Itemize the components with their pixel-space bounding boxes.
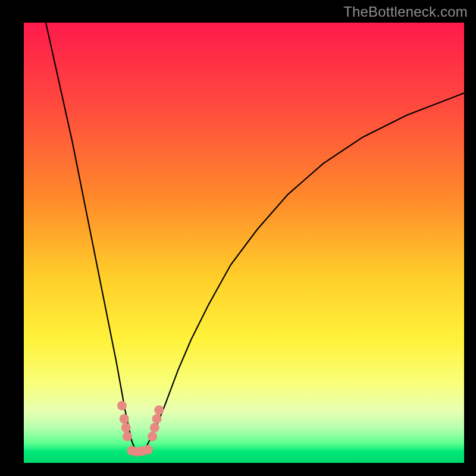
- plot-area: [24, 23, 464, 463]
- data-marker: [117, 401, 127, 411]
- watermark-text: TheBottleneck.com: [343, 4, 468, 20]
- data-marker: [154, 405, 164, 415]
- data-marker: [152, 414, 162, 424]
- data-marker: [150, 423, 159, 433]
- bottleneck-curve: [24, 23, 464, 463]
- outer-frame: TheBottleneck.com: [0, 0, 476, 476]
- data-marker: [143, 445, 153, 455]
- data-marker: [121, 423, 131, 433]
- data-marker: [123, 432, 132, 441]
- data-marker: [120, 414, 129, 424]
- marker-cluster: [117, 401, 164, 457]
- data-marker: [148, 432, 157, 441]
